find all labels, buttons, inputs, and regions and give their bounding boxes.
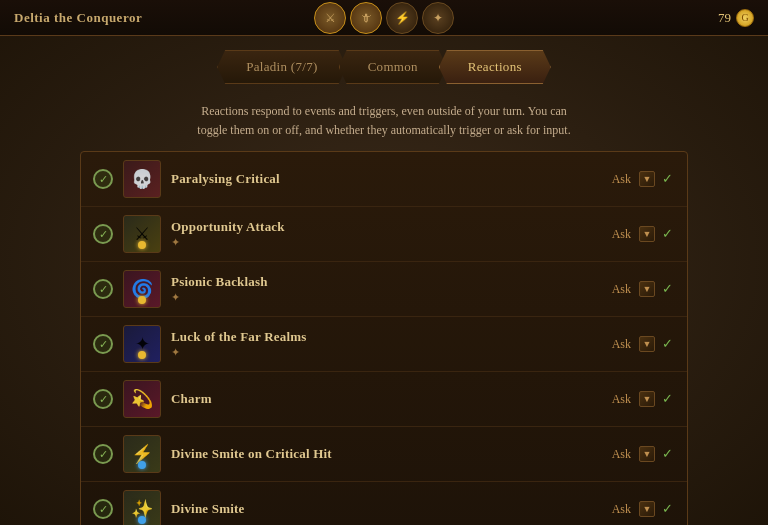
tab-bar: Paladin (7/7) Common Reactions xyxy=(0,36,768,94)
check-charm[interactable]: ✓ xyxy=(659,391,675,407)
ask-icon-charm[interactable]: ▼ xyxy=(639,391,655,407)
toggle-charm[interactable]: ✓ xyxy=(93,389,113,409)
toggle-psionic-backlash[interactable]: ✓ xyxy=(93,279,113,299)
icon-divine-smite-critical: ⚡ xyxy=(123,435,161,473)
top-icon-2[interactable]: 🗡 xyxy=(350,2,382,34)
ask-area-psionic-backlash: Ask ▼ ✓ xyxy=(608,280,675,299)
ask-area-luck-far-realms: Ask ▼ ✓ xyxy=(608,335,675,354)
check-luck-far-realms[interactable]: ✓ xyxy=(659,336,675,352)
gold-icon: G xyxy=(736,9,754,27)
toggle-luck-far-realms[interactable]: ✓ xyxy=(93,334,113,354)
reaction-row-divine-smite: ✓ ✨ Divine Smite Ask ▼ ✓ xyxy=(81,482,687,525)
top-icon-3[interactable]: ⚡ xyxy=(386,2,418,34)
gold-display: 79 G xyxy=(718,9,754,27)
tab-paladin[interactable]: Paladin (7/7) xyxy=(217,50,346,84)
dot-opportunity-attack xyxy=(138,241,146,249)
reactions-description: Reactions respond to events and triggers… xyxy=(0,94,768,151)
info-charm: Charm xyxy=(171,391,608,407)
ask-btn-divine-smite-critical[interactable]: Ask xyxy=(608,445,635,464)
toggle-paralysing-critical[interactable]: ✓ xyxy=(93,169,113,189)
toggle-opportunity-attack[interactable]: ✓ xyxy=(93,224,113,244)
icon-charm: 💫 xyxy=(123,380,161,418)
tab-reactions[interactable]: Reactions xyxy=(439,50,551,84)
check-divine-smite-critical[interactable]: ✓ xyxy=(659,446,675,462)
icon-divine-smite: ✨ xyxy=(123,490,161,525)
dot-psionic-backlash xyxy=(138,296,146,304)
info-divine-smite: Divine Smite xyxy=(171,501,608,517)
ask-icon-luck-far-realms[interactable]: ▼ xyxy=(639,336,655,352)
top-icons: ⚔ 🗡 ⚡ ✦ xyxy=(314,2,454,34)
ask-area-divine-smite: Ask ▼ ✓ xyxy=(608,500,675,519)
top-bar: Deltia the Conqueror ⚔ 🗡 ⚡ ✦ 79 G xyxy=(0,0,768,36)
ask-icon-divine-smite-critical[interactable]: ▼ xyxy=(639,446,655,462)
reaction-row-luck-far-realms: ✓ ✦ Luck of the Far Realms ✦ Ask ▼ ✓ xyxy=(81,317,687,372)
ask-btn-luck-far-realms[interactable]: Ask xyxy=(608,335,635,354)
ask-icon-paralysing-critical[interactable]: ▼ xyxy=(639,171,655,187)
toggle-divine-smite-critical[interactable]: ✓ xyxy=(93,444,113,464)
dot-luck-far-realms xyxy=(138,351,146,359)
ask-icon-divine-smite[interactable]: ▼ xyxy=(639,501,655,517)
check-opportunity-attack[interactable]: ✓ xyxy=(659,226,675,242)
ask-icon-psionic-backlash[interactable]: ▼ xyxy=(639,281,655,297)
ask-btn-opportunity-attack[interactable]: Ask xyxy=(608,225,635,244)
top-icon-1[interactable]: ⚔ xyxy=(314,2,346,34)
info-paralysing-critical: Paralysing Critical xyxy=(171,171,608,187)
ask-area-paralysing-critical: Ask ▼ ✓ xyxy=(608,170,675,189)
ask-btn-divine-smite[interactable]: Ask xyxy=(608,500,635,519)
check-psionic-backlash[interactable]: ✓ xyxy=(659,281,675,297)
icon-psionic-backlash: 🌀 xyxy=(123,270,161,308)
info-psionic-backlash: Psionic Backlash ✦ xyxy=(171,274,608,304)
icon-paralysing-critical: 💀 xyxy=(123,160,161,198)
top-icon-4[interactable]: ✦ xyxy=(422,2,454,34)
dot-divine-smite xyxy=(138,516,146,524)
check-paralysing-critical[interactable]: ✓ xyxy=(659,171,675,187)
reaction-row-paralysing-critical: ✓ 💀 Paralysing Critical Ask ▼ ✓ xyxy=(81,152,687,207)
reaction-row-charm: ✓ 💫 Charm Ask ▼ ✓ xyxy=(81,372,687,427)
ask-area-opportunity-attack: Ask ▼ ✓ xyxy=(608,225,675,244)
ask-area-divine-smite-critical: Ask ▼ ✓ xyxy=(608,445,675,464)
reactions-list: ✓ 💀 Paralysing Critical Ask ▼ ✓ ✓ ⚔ Oppo… xyxy=(80,151,688,525)
info-luck-far-realms: Luck of the Far Realms ✦ xyxy=(171,329,608,359)
ask-btn-paralysing-critical[interactable]: Ask xyxy=(608,170,635,189)
icon-opportunity-attack: ⚔ xyxy=(123,215,161,253)
reaction-row-psionic-backlash: ✓ 🌀 Psionic Backlash ✦ Ask ▼ ✓ xyxy=(81,262,687,317)
info-divine-smite-critical: Divine Smite on Critical Hit xyxy=(171,446,608,462)
reaction-row-opportunity-attack: ✓ ⚔ Opportunity Attack ✦ Ask ▼ ✓ xyxy=(81,207,687,262)
character-name: Deltia the Conqueror xyxy=(14,10,142,26)
check-divine-smite[interactable]: ✓ xyxy=(659,501,675,517)
ask-btn-charm[interactable]: Ask xyxy=(608,390,635,409)
tab-common[interactable]: Common xyxy=(339,50,447,84)
reaction-row-divine-smite-critical: ✓ ⚡ Divine Smite on Critical Hit Ask ▼ ✓ xyxy=(81,427,687,482)
info-opportunity-attack: Opportunity Attack ✦ xyxy=(171,219,608,249)
dot-divine-smite-critical xyxy=(138,461,146,469)
ask-icon-opportunity-attack[interactable]: ▼ xyxy=(639,226,655,242)
icon-luck-far-realms: ✦ xyxy=(123,325,161,363)
toggle-divine-smite[interactable]: ✓ xyxy=(93,499,113,519)
ask-area-charm: Ask ▼ ✓ xyxy=(608,390,675,409)
ask-btn-psionic-backlash[interactable]: Ask xyxy=(608,280,635,299)
gold-amount: 79 xyxy=(718,10,731,26)
